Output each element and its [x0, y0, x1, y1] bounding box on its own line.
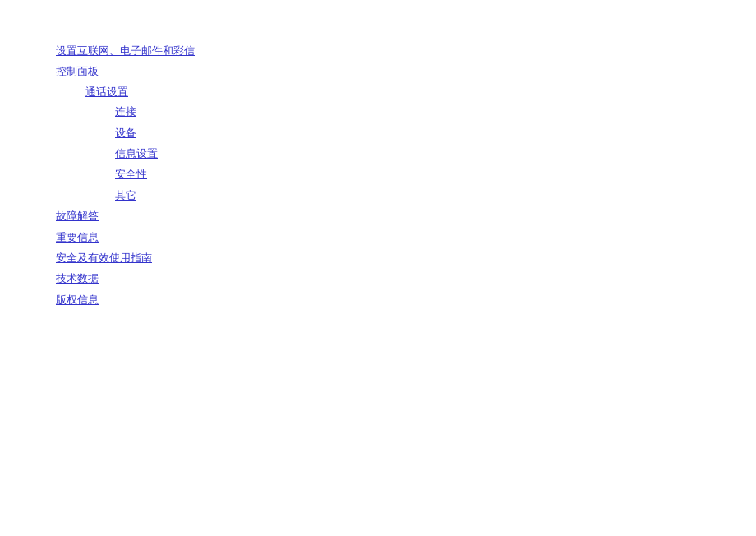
- link-important-info[interactable]: 重要信息: [56, 231, 99, 243]
- main-nav: 设置互联网、电子邮件和彩信 控制面板 通话设置 连接 设备 信息设置 安: [56, 41, 756, 309]
- link-tech-data[interactable]: 技术数据: [56, 272, 99, 284]
- link-copyright[interactable]: 版权信息: [56, 293, 99, 306]
- nav-item-tech-data: 技术数据: [56, 269, 756, 288]
- link-setup-internet[interactable]: 设置互联网、电子邮件和彩信: [56, 44, 195, 57]
- link-device[interactable]: 设备: [115, 127, 136, 139]
- link-others[interactable]: 其它: [115, 189, 136, 201]
- link-safety-guide[interactable]: 安全及有效使用指南: [56, 252, 152, 264]
- nav-item-setup-internet: 设置互联网、电子邮件和彩信: [56, 41, 756, 60]
- nav-item-call-settings: 通话设置 连接 设备 信息设置 安全性 其它: [85, 82, 756, 205]
- control-panel-sub-list: 通话设置 连接 设备 信息设置 安全性 其它: [85, 82, 756, 205]
- link-security[interactable]: 安全性: [115, 168, 147, 180]
- call-settings-sub-list: 连接 设备 信息设置 安全性 其它: [115, 102, 756, 205]
- link-troubleshoot[interactable]: 故障解答: [56, 210, 99, 222]
- nav-item-safety-guide: 安全及有效使用指南: [56, 248, 756, 267]
- link-connection[interactable]: 连接: [115, 105, 136, 118]
- nav-item-copyright: 版权信息: [56, 290, 756, 309]
- nav-item-troubleshoot: 故障解答: [56, 206, 756, 225]
- link-control-panel[interactable]: 控制面板: [56, 65, 99, 77]
- nav-item-others: 其它: [115, 186, 756, 205]
- nav-item-important-info: 重要信息: [56, 228, 756, 247]
- nav-item-device: 设备: [115, 123, 756, 142]
- nav-item-security: 安全性: [115, 164, 756, 183]
- link-message-settings[interactable]: 信息设置: [115, 147, 158, 159]
- nav-item-control-panel: 控制面板 通话设置 连接 设备 信息设置 安全性: [56, 62, 756, 205]
- link-call-settings[interactable]: 通话设置: [85, 85, 128, 98]
- nav-item-message-settings: 信息设置: [115, 144, 756, 163]
- nav-item-connection: 连接: [115, 102, 756, 121]
